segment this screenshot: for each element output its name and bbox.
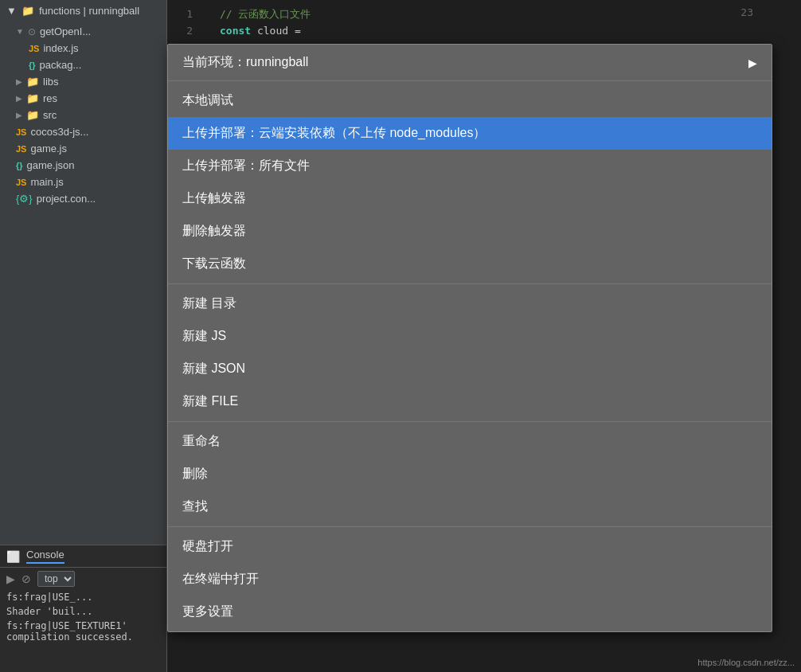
menu-item-find[interactable]: 查找 (168, 490, 772, 523)
watermark: https://blog.csdn.net/zz... (697, 658, 795, 667)
tree-item-res[interactable]: ▶ 📁 res (0, 90, 166, 107)
menu-item-local-debug[interactable]: 本地调试 (168, 84, 772, 117)
tree-item-cocos3d[interactable]: JS cocos3d-js... (0, 123, 166, 140)
folder-icon: 📁 (26, 109, 39, 121)
menu-item-upload-all[interactable]: 上传并部署：所有文件 (168, 150, 772, 182)
code-content: // 云函数入口文件 const cloud = (220, 6, 788, 40)
tree-label: packag... (40, 59, 82, 71)
menu-item-new-dir[interactable]: 新建 目录 (168, 287, 772, 320)
console-log-line1: fs:frag|USE_... (0, 590, 166, 604)
js-icon: JS (16, 178, 26, 187)
line-numbers: 1 2 (167, 6, 199, 40)
tree-item-gamejson[interactable]: {} game.json (0, 157, 166, 174)
console-tab[interactable]: Console (26, 549, 64, 564)
menu-section-deploy: 本地调试 上传并部署：云端安装依赖（不上传 node_modules） 上传并部… (168, 81, 772, 284)
sidebar-title: functions | runningball (39, 5, 139, 17)
code-var: cloud = (257, 25, 301, 37)
line-num-2: 2 (167, 23, 193, 40)
menu-item-download-function[interactable]: 下载云函数 (168, 248, 772, 280)
tree-item-gamejs[interactable]: JS game.js (0, 140, 166, 157)
menu-header: 当前环境：runningball ▶ (168, 45, 772, 81)
code-line-1: // 云函数入口文件 (220, 6, 788, 23)
json-icon: {} (16, 161, 23, 170)
console-toolbar: ▶ ⊘ top (0, 568, 166, 590)
menu-item-new-json[interactable]: 新建 JSON (168, 353, 772, 385)
menu-item-open-terminal[interactable]: 在终端中打开 (168, 563, 772, 596)
tree-item-src[interactable]: ▶ 📁 src (0, 107, 166, 123)
cloud-icon: ⊙ (28, 26, 36, 37)
menu-item-upload-cloud[interactable]: 上传并部署：云端安装依赖（不上传 node_modules） (168, 117, 772, 150)
tree-item-package[interactable]: {} packag... (0, 57, 166, 73)
sidebar-tree: ▼ ⊙ getOpenI... JS index.js {} packag...… (0, 21, 166, 545)
menu-item-open-disk[interactable]: 硬盘打开 (168, 530, 772, 563)
console-tab-icon: ⬜ (6, 550, 20, 563)
tree-label: src (43, 109, 57, 121)
menu-item-delete[interactable]: 删除 (168, 458, 772, 490)
menu-item-upload-trigger[interactable]: 上传触发器 (168, 182, 772, 215)
tree-item-mainjs[interactable]: JS main.js (0, 174, 166, 190)
console-log-line2: Shader 'buil... (0, 604, 166, 619)
line-num-1: 1 (167, 6, 193, 23)
menu-environment-text: 当前环境：runningball (182, 54, 308, 71)
sidebar-header: ▼ 📁 functions | runningball (0, 0, 166, 21)
tree-label: main.js (30, 176, 63, 188)
line-num-right: 23 (740, 6, 753, 18)
tree-arrow: ▶ (16, 77, 22, 86)
tree-arrow: ▼ (16, 27, 24, 36)
console-tabs: ⬜ Console (0, 545, 166, 568)
tree-item-project[interactable]: {⚙} project.con... (0, 190, 166, 207)
tree-label: game.js (30, 143, 67, 154)
js-icon: JS (16, 144, 26, 154)
sidebar-arrow: ▼ (6, 5, 17, 17)
json-icon: {} (29, 61, 36, 70)
console-log-line3: fs:frag|USE_TEXTURE1' compilation succes… (0, 619, 166, 644)
menu-item-new-file[interactable]: 新建 FILE (168, 385, 772, 418)
menu-header-arrow: ▶ (748, 57, 757, 69)
sidebar: ▼ 📁 functions | runningball ▼ ⊙ getOpenI… (0, 0, 167, 672)
folder-icon: 📁 (26, 76, 39, 88)
menu-item-delete-trigger[interactable]: 删除触发器 (168, 215, 772, 248)
tree-item-getopenl[interactable]: ▼ ⊙ getOpenI... (0, 23, 166, 40)
tree-item-libs[interactable]: ▶ 📁 libs (0, 73, 166, 90)
code-line-2: const cloud = (220, 23, 788, 40)
console-panel: ⬜ Console ▶ ⊘ top fs:frag|USE_... Shader… (0, 545, 166, 672)
js-icon: JS (29, 44, 39, 53)
tree-label: index.js (43, 42, 78, 54)
keyword-const: const (220, 25, 251, 37)
folder-icon: 📁 (26, 92, 39, 104)
tree-arrow: ▶ (16, 94, 22, 103)
menu-section-open: 硬盘打开 在终端中打开 更多设置 (168, 527, 772, 631)
stop-button[interactable]: ⊘ (21, 572, 31, 585)
tree-label: res (43, 92, 57, 104)
tree-item-indexjs[interactable]: JS index.js (0, 40, 166, 57)
menu-section-edit: 重命名 删除 查找 (168, 422, 772, 527)
menu-item-rename[interactable]: 重命名 (168, 425, 772, 458)
menu-item-more-settings[interactable]: 更多设置 (168, 596, 772, 628)
context-menu: 当前环境：runningball ▶ 本地调试 上传并部署：云端安装依赖（不上传… (167, 44, 772, 632)
gear-icon: {⚙} (16, 193, 33, 205)
tree-label: getOpenI... (40, 25, 91, 37)
folder-icon: 📁 (21, 5, 34, 17)
play-button[interactable]: ▶ (6, 572, 15, 585)
tree-label: game.json (27, 159, 75, 171)
top-selector[interactable]: top (37, 571, 75, 587)
tree-arrow: ▶ (16, 111, 22, 119)
tree-label: cocos3d-js... (30, 126, 88, 138)
tree-label: libs (43, 76, 59, 88)
tree-label: project.con... (37, 193, 96, 205)
menu-item-new-js[interactable]: 新建 JS (168, 320, 772, 353)
menu-section-new: 新建 目录 新建 JS 新建 JSON 新建 FILE (168, 284, 772, 422)
js-icon: JS (16, 127, 26, 137)
